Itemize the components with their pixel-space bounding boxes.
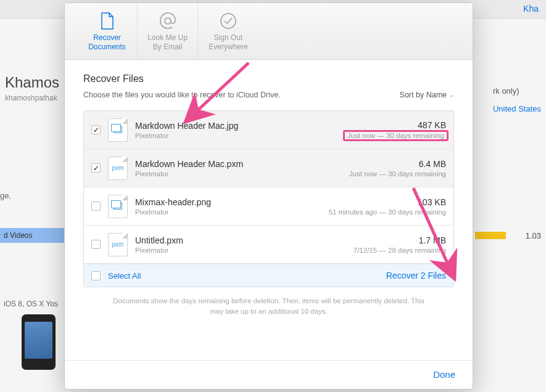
file-time: 7/12/15 — 28 days remaining xyxy=(354,247,446,254)
file-app: Pixelmator xyxy=(135,208,321,216)
file-time: Just now — 30 days remaining xyxy=(349,170,446,178)
file-checkbox[interactable] xyxy=(91,202,101,211)
file-time: 51 minutes ago — 30 days remaining xyxy=(329,208,447,216)
file-name: Markdown Header Mac.jpg xyxy=(135,121,338,131)
instruction-text: Choose the files you would like to recov… xyxy=(83,91,281,99)
file-size: 103 KB xyxy=(329,197,447,207)
file-type-icon xyxy=(108,195,128,218)
pxm-file-icon: pxm xyxy=(112,165,124,171)
file-checkbox[interactable] xyxy=(91,125,101,134)
dialog-tabs: Recover DocumentsLook Me Up By EmailSign… xyxy=(65,3,473,60)
bg-storage-bar: d Videos xyxy=(0,228,65,243)
file-size: 6.4 MB xyxy=(349,159,446,169)
file-checkbox[interactable] xyxy=(91,163,101,173)
dialog-content: Recover Files Choose the files you would… xyxy=(65,60,473,360)
file-name: Untitled.pxm xyxy=(135,235,346,245)
file-row[interactable]: Mixmax-header.pngPixelmator103 KB51 minu… xyxy=(84,187,453,226)
file-app: Pixelmator xyxy=(135,247,346,254)
section-title: Recover Files xyxy=(83,73,454,84)
bg-text-fragment: ge. xyxy=(0,191,11,200)
file-type-icon: pxm xyxy=(108,157,128,180)
pxm-file-icon: pxm xyxy=(112,241,124,248)
footer-note: Documents show the days remaining before… xyxy=(83,287,454,326)
file-info: Untitled.pxmPixelmator xyxy=(135,235,346,254)
bg-country-link: United States xyxy=(493,104,541,113)
action-row: Select AllRecover 2 Files xyxy=(84,264,453,287)
file-app: Pixelmator xyxy=(135,132,338,139)
image-file-icon xyxy=(114,126,122,133)
select-all-button[interactable]: Select All xyxy=(91,271,141,280)
svg-point-0 xyxy=(165,18,171,24)
tab-document[interactable]: Recover Documents xyxy=(77,3,138,59)
check-circle-icon xyxy=(220,10,237,31)
file-checkbox[interactable] xyxy=(91,240,101,249)
file-row[interactable]: pxmUntitled.pxmPixelmator1.7 MB7/12/15 —… xyxy=(84,226,453,264)
bg-storage-segment xyxy=(475,232,506,239)
tab-at[interactable]: Look Me Up By Email xyxy=(138,3,198,59)
annotated-time: Just now — 30 days remaining xyxy=(343,130,449,141)
sort-dropdown[interactable]: Sort by Name ⌄ xyxy=(400,91,454,99)
file-list: Markdown Header Mac.jpgPixelmator487 KBJ… xyxy=(83,110,454,287)
bg-storage-size: 1.03 xyxy=(526,231,541,240)
file-info: Markdown Header Mac.pxmPixelmator xyxy=(135,159,342,178)
bg-network: rk only) xyxy=(493,86,541,96)
tab-check-circle[interactable]: Sign Out Everywhere xyxy=(198,3,259,59)
file-row[interactable]: pxmMarkdown Header Mac.pxmPixelmator6.4 … xyxy=(84,149,453,187)
at-icon xyxy=(159,10,176,31)
file-size: 1.7 MB xyxy=(354,235,446,245)
done-button[interactable]: Done xyxy=(433,369,455,380)
file-side-info: 6.4 MBJust now — 30 days remaining xyxy=(349,159,446,178)
file-type-icon xyxy=(108,118,128,142)
file-app: Pixelmator xyxy=(135,170,342,178)
svg-point-1 xyxy=(221,14,236,28)
select-all-checkbox[interactable] xyxy=(91,271,101,280)
bg-os-text: iOS 8, OS X Yos xyxy=(4,300,58,308)
file-side-info: 487 KBJust now — 30 days remaining xyxy=(345,120,446,140)
recover-button[interactable]: Recover 2 Files xyxy=(386,271,446,280)
tab-label: Look Me Up By Email xyxy=(143,33,192,52)
recover-files-dialog: Recover DocumentsLook Me Up By EmailSign… xyxy=(64,2,473,390)
tab-label: Sign Out Everywhere xyxy=(204,33,253,52)
file-time: Just now — 30 days remaining xyxy=(345,131,446,140)
chevron-down-icon: ⌄ xyxy=(449,92,454,98)
tab-label: Recover Documents xyxy=(83,33,132,52)
file-row[interactable]: Markdown Header Mac.jpgPixelmator487 KBJ… xyxy=(84,111,453,149)
file-side-info: 103 KB51 minutes ago — 30 days remaining xyxy=(329,197,447,216)
file-name: Markdown Header Mac.pxm xyxy=(135,159,342,169)
file-type-icon: pxm xyxy=(108,233,128,256)
document-icon xyxy=(99,10,116,31)
file-name: Mixmax-header.png xyxy=(135,197,321,207)
file-side-info: 1.7 MB7/12/15 — 28 days remaining xyxy=(354,235,446,254)
file-info: Markdown Header Mac.jpgPixelmator xyxy=(135,121,338,139)
select-all-label: Select All xyxy=(108,271,141,280)
bg-right-info: rk only) United States xyxy=(493,86,541,113)
sort-label: Sort by Name xyxy=(400,91,447,99)
dialog-footer: Done xyxy=(65,360,473,389)
file-size: 487 KB xyxy=(345,120,446,130)
bg-device-image xyxy=(22,314,56,370)
file-info: Mixmax-header.pngPixelmator xyxy=(135,197,321,216)
image-file-icon xyxy=(114,203,122,210)
